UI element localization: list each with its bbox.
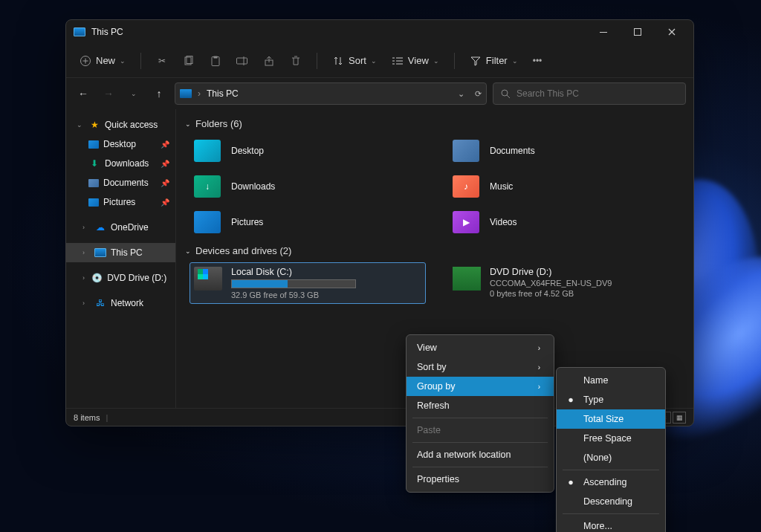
rename-icon (236, 55, 248, 67)
tiles-view-button[interactable]: ▦ (673, 412, 686, 424)
cut-button[interactable]: ✂ (150, 51, 174, 71)
svg-rect-0 (600, 32, 607, 33)
folders-section-header[interactable]: ⌄ Folders (6) (185, 118, 684, 129)
cloud-icon: ☁ (94, 222, 106, 233)
ellipsis-icon: ••• (533, 56, 543, 66)
drive-local-c[interactable]: Local Disk (C:) 32.9 GB free of 59.3 GB (190, 262, 426, 304)
minimize-button[interactable] (586, 20, 621, 44)
chevron-down-icon: ⌄ (371, 57, 377, 65)
trash-icon (290, 55, 302, 67)
chevron-right-icon: › (82, 249, 90, 256)
sidebar-item-quick-access[interactable]: ⌄ ★ Quick access (66, 115, 175, 134)
filter-button[interactable]: Filter ⌄ (464, 51, 524, 71)
folder-desktop[interactable]: Desktop (190, 135, 426, 166)
menu-item-add-network[interactable]: Add a network location (407, 445, 554, 464)
chevron-down-icon[interactable]: ⌄ (458, 89, 464, 99)
menu-item-refresh[interactable]: Refresh (407, 396, 554, 415)
submenu-item-total-size[interactable]: Total Size (557, 409, 665, 429)
sidebar-item-documents[interactable]: Documents 📌 (66, 173, 175, 192)
search-box[interactable] (493, 82, 686, 105)
folder-videos[interactable]: ▶Videos (448, 207, 684, 238)
sidebar-item-downloads[interactable]: ⬇ Downloads 📌 (66, 154, 175, 173)
delete-button[interactable] (284, 51, 308, 71)
chevron-down-icon: ⌄ (185, 247, 191, 255)
chevron-right-icon: › (82, 299, 90, 307)
view-icon (392, 55, 404, 67)
submenu-item-type[interactable]: ●Type (557, 390, 665, 409)
view-button[interactable]: View ⌄ (386, 51, 445, 71)
picture-icon (88, 198, 99, 207)
menu-item-sort-by[interactable]: Sort by› (407, 357, 554, 377)
submenu-item-more[interactable]: More... (557, 516, 665, 532)
paste-button[interactable] (204, 51, 227, 71)
this-pc-icon (94, 248, 106, 257)
address-bar[interactable]: › This PC ⌄ ⟳ (175, 82, 487, 105)
copy-button[interactable] (177, 51, 201, 71)
svg-rect-1 (635, 29, 641, 36)
chevron-down-icon: ⌄ (433, 57, 439, 65)
radio-selected-icon: ● (567, 395, 574, 405)
folder-documents[interactable]: Documents (448, 135, 684, 166)
sidebar-item-network[interactable]: › 🖧 Network (66, 293, 175, 313)
context-menu: View› Sort by› Group by› Refresh Paste A… (406, 334, 554, 493)
network-icon: 🖧 (94, 298, 106, 308)
disc-icon: 💿 (91, 273, 103, 283)
recent-button[interactable]: ⌄ (124, 84, 143, 103)
submenu-item-name[interactable]: Name (557, 371, 665, 390)
forward-button[interactable]: → (99, 84, 118, 103)
pin-icon: 📌 (161, 160, 169, 168)
dvd-drive-icon (453, 267, 481, 291)
sidebar-item-desktop[interactable]: Desktop 📌 (66, 134, 175, 154)
sort-button[interactable]: Sort ⌄ (326, 51, 383, 71)
submenu-item-free-space[interactable]: Free Space (557, 429, 665, 448)
submenu-item-descending[interactable]: Descending (557, 492, 665, 511)
sort-icon (332, 55, 344, 67)
maximize-button[interactable] (621, 20, 655, 44)
folder-music[interactable]: ♪Music (448, 171, 684, 202)
menu-item-view[interactable]: View› (407, 338, 554, 357)
toolbar: New ⌄ ✂ Sort ⌄ View ⌄ Filter ⌄ ••• (66, 44, 693, 78)
desktop-folder-icon (194, 140, 221, 162)
chevron-down-icon: ⌄ (185, 120, 191, 128)
menu-item-group-by[interactable]: Group by› (407, 377, 554, 396)
pin-icon: 📌 (161, 179, 169, 187)
back-button[interactable]: ← (74, 84, 93, 103)
address-path: This PC (207, 88, 239, 99)
sidebar-item-onedrive[interactable]: › ☁ OneDrive (66, 218, 175, 237)
drives-section-header[interactable]: ⌄ Devices and drives (2) (185, 245, 684, 256)
music-folder-icon: ♪ (453, 175, 479, 198)
more-button[interactable]: ••• (527, 51, 548, 71)
sidebar-item-pictures[interactable]: Pictures 📌 (66, 192, 175, 212)
chevron-right-icon: › (82, 274, 87, 282)
folder-pictures[interactable]: Pictures (190, 207, 426, 238)
chevron-down-icon: ⌄ (77, 121, 84, 129)
rename-button[interactable] (230, 51, 254, 71)
chevron-right-icon: › (82, 224, 90, 231)
sidebar-item-this-pc[interactable]: › This PC (66, 243, 175, 262)
drive-dvd-d[interactable]: DVD Drive (D:) CCCOMA_X64FRE_EN-US_DV9 0… (448, 262, 684, 304)
chevron-right-icon: › (538, 363, 540, 372)
file-explorer-window: This PC New ⌄ ✂ (65, 19, 694, 426)
refresh-button[interactable]: ⟳ (475, 89, 482, 99)
scissors-icon: ✂ (156, 55, 168, 67)
share-icon (263, 55, 275, 67)
submenu-item-none[interactable]: (None) (557, 448, 665, 467)
share-button[interactable] (257, 51, 281, 71)
menu-item-properties[interactable]: Properties (407, 470, 554, 489)
documents-folder-icon (453, 140, 479, 162)
desktop-icon (88, 140, 99, 149)
up-button[interactable]: ↑ (149, 84, 169, 103)
sidebar: ⌄ ★ Quick access Desktop 📌 ⬇ Downloads 📌… (66, 109, 176, 408)
new-button[interactable]: New ⌄ (74, 51, 132, 71)
clipboard-icon (210, 55, 221, 67)
close-button[interactable] (655, 20, 689, 44)
sidebar-item-dvd[interactable]: › 💿 DVD Drive (D:) CCCOMA (66, 268, 175, 288)
submenu-item-ascending[interactable]: ●Ascending (557, 473, 665, 492)
nav-bar: ← → ⌄ ↑ › This PC ⌄ ⟳ (66, 78, 693, 109)
folder-downloads[interactable]: ↓Downloads (190, 171, 426, 202)
svg-rect-6 (214, 56, 218, 58)
document-icon (88, 179, 99, 187)
search-input[interactable] (516, 88, 678, 99)
copy-icon (183, 55, 195, 67)
plus-circle-icon (80, 55, 91, 67)
